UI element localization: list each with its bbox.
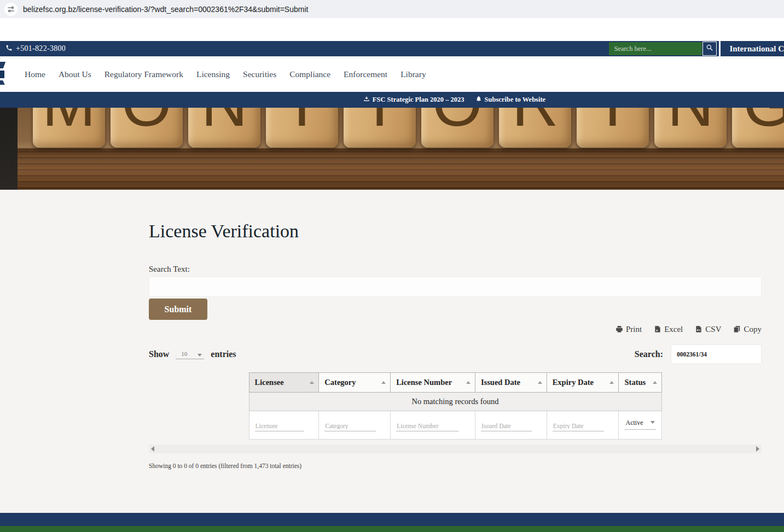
print-button[interactable]: Print — [615, 324, 642, 335]
nav-item-home[interactable]: Home — [25, 69, 45, 79]
sort-asc-icon — [538, 381, 542, 384]
csv-button[interactable]: CSV — [695, 324, 721, 335]
block-letter: R — [512, 108, 558, 148]
status-filter-select[interactable]: Active — [624, 419, 655, 430]
site-search-button[interactable] — [702, 42, 717, 56]
show-label: Show — [149, 349, 169, 359]
copy-button[interactable]: Copy — [733, 324, 762, 335]
sort-asc-icon — [609, 381, 614, 384]
filter-cell-license-number — [391, 411, 475, 440]
logo-mark — [0, 80, 5, 85]
nav-item-enforcement[interactable]: Enforcement — [344, 69, 387, 79]
license-search-input[interactable] — [149, 277, 762, 297]
column-filter-row: Active — [249, 411, 661, 440]
filter-cell-licensee — [249, 411, 319, 440]
licensee-filter-input[interactable] — [255, 422, 305, 431]
letter-block: N — [188, 108, 260, 148]
page-length-control: Show 10 entries — [149, 349, 236, 359]
subscribe-link[interactable]: Subscribe to Website — [475, 96, 546, 104]
column-header-expiry-date[interactable]: Expiry Date — [547, 373, 619, 393]
horizontal-scrollbar[interactable] — [149, 445, 762, 453]
column-label: Issued Date — [481, 378, 520, 387]
block-letter: I — [604, 108, 622, 148]
search-icon — [706, 44, 713, 54]
nav-item-regulatory-framework[interactable]: Regulatory Framework — [104, 69, 183, 79]
block-letter: I — [293, 108, 311, 148]
column-header-status[interactable]: Status — [619, 373, 661, 393]
page-length-select[interactable]: 10 — [176, 349, 204, 359]
printer-icon — [615, 325, 623, 333]
scroll-right-icon[interactable] — [756, 446, 759, 452]
license-number-filter-input[interactable] — [396, 422, 458, 431]
download-icon — [363, 96, 370, 104]
table-search-input[interactable] — [671, 344, 762, 364]
empty-message: No matching records found — [249, 393, 661, 411]
letter-block: I — [266, 108, 338, 148]
category-filter-input[interactable] — [324, 422, 375, 431]
letter-block: N — [654, 108, 727, 148]
nav-item-about-us[interactable]: About Us — [59, 69, 91, 79]
sort-asc-icon — [310, 381, 314, 384]
column-label: Licensee — [255, 378, 284, 387]
column-header-category[interactable]: Category — [319, 373, 391, 393]
letter-block: M — [33, 108, 105, 148]
expiry-date-filter-input[interactable] — [553, 422, 604, 431]
csv-label: CSV — [705, 325, 721, 334]
scroll-left-icon[interactable] — [151, 446, 154, 452]
submit-button[interactable]: Submit — [149, 299, 207, 320]
entries-label: entries — [211, 349, 236, 359]
column-header-license-number[interactable]: License Number — [391, 373, 475, 393]
column-label: Category — [324, 378, 356, 387]
excel-file-icon: x — [654, 325, 661, 333]
bell-icon — [475, 96, 482, 104]
issued-date-filter-input[interactable] — [481, 422, 532, 431]
page-length-value: 10 — [181, 350, 187, 357]
site-search-input[interactable] — [609, 42, 702, 55]
nav-item-securities[interactable]: Securities — [243, 69, 276, 79]
nav-item-compliance[interactable]: Compliance — [289, 69, 330, 79]
browser-gap — [0, 18, 784, 41]
strategic-plan-link[interactable]: FSC Strategic Plan 2020 – 2023 — [363, 96, 464, 104]
site-settings-icon[interactable] — [4, 3, 18, 16]
footer-bar — [0, 513, 784, 526]
page-content: License Verification Search Text: Submit… — [0, 190, 784, 513]
block-letter: O — [121, 108, 172, 148]
nav-list: Home About Us Regulatory Framework Licen… — [0, 69, 426, 79]
hero-image-monitoring: M O N I T O R I N G — [0, 108, 784, 190]
filter-cell-issued-date — [475, 411, 547, 440]
excel-button[interactable]: x Excel — [654, 324, 683, 335]
block-letter: N — [201, 108, 247, 148]
results-table-wrapper: Licensee Category License Number Issued … — [249, 372, 662, 440]
wood-table-texture — [0, 149, 784, 190]
hero-left-shadow — [0, 108, 18, 190]
sort-asc-icon — [381, 381, 386, 384]
url-text[interactable]: belizefsc.org.bz/license-verification-3/… — [23, 5, 308, 14]
column-label: License Number — [396, 378, 452, 387]
column-header-issued-date[interactable]: Issued Date — [475, 373, 547, 393]
nav-item-library[interactable]: Library — [400, 69, 426, 79]
print-label: Print — [626, 325, 642, 334]
block-letter: N — [667, 108, 713, 148]
nav-item-licensing[interactable]: Licensing — [196, 69, 230, 79]
announcement-bar: FSC Strategic Plan 2020 – 2023 Subscribe… — [0, 92, 784, 108]
copy-label: Copy — [744, 325, 762, 334]
column-label: Status — [624, 378, 646, 387]
table-export-toolbar: Print x Excel CSV Copy — [149, 324, 762, 335]
site-logo-partial[interactable] — [0, 61, 5, 88]
phone-number: +501-822-3800 — [16, 44, 66, 53]
table-header-row: Licensee Category License Number Issued … — [249, 373, 661, 393]
results-table: Licensee Category License Number Issued … — [249, 372, 662, 440]
block-letter: O — [432, 108, 483, 148]
letter-block: T — [344, 108, 416, 148]
filter-cell-status: Active — [619, 411, 661, 440]
phone-link[interactable]: +501-822-3800 — [0, 44, 66, 54]
logo-mark — [0, 71, 4, 78]
empty-row: No matching records found — [249, 393, 661, 411]
search-text-label: Search Text: — [149, 265, 762, 274]
filter-cell-category — [319, 411, 391, 440]
browser-address-bar[interactable]: belizefsc.org.bz/license-verification-3/… — [0, 0, 784, 18]
column-header-licensee[interactable]: Licensee — [249, 373, 319, 393]
international-clients-link[interactable]: International C — [719, 41, 784, 56]
copy-icon — [733, 325, 741, 333]
strategic-plan-label: FSC Strategic Plan 2020 – 2023 — [373, 96, 464, 104]
